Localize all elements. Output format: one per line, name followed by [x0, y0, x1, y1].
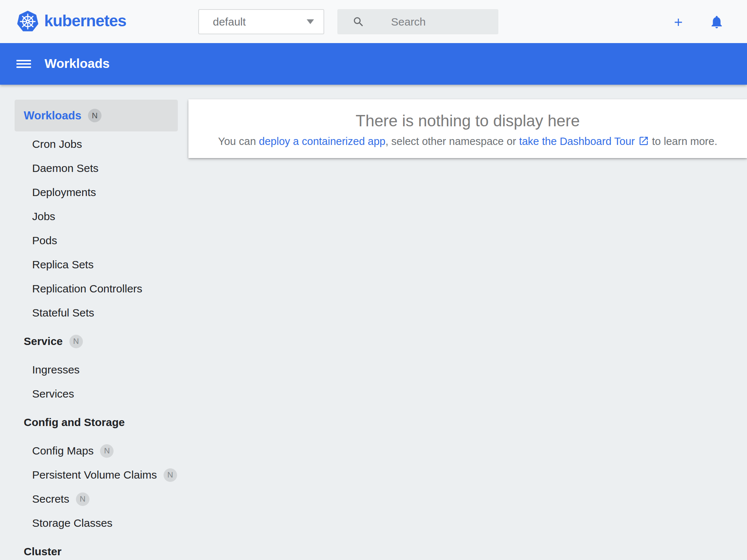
sidebar-item-replication-controllers[interactable]: Replication Controllers — [0, 277, 188, 301]
empty-state-title: There is nothing to display here — [188, 111, 747, 131]
sidebar-item-persistent-volume-claims[interactable]: Persistent Volume ClaimsN — [0, 463, 188, 487]
namespaced-indicator-badge: N — [88, 109, 101, 122]
sidebar-label: Storage Classes — [32, 517, 112, 529]
sidebar-label: Secrets — [32, 493, 69, 505]
search-input[interactable] — [390, 15, 490, 28]
sidebar-section-service[interactable]: ServiceN — [0, 329, 188, 353]
namespace-selector[interactable]: default — [198, 9, 324, 34]
namespaced-indicator-badge: N — [100, 444, 114, 458]
sidebar-label: Config Maps — [32, 445, 93, 457]
sidebar-item-workloads[interactable]: WorkloadsN — [15, 100, 178, 131]
search-bar[interactable] — [337, 9, 498, 34]
sidebar-item-config-maps[interactable]: Config MapsN — [0, 439, 188, 463]
sidebar-item-deployments[interactable]: Deployments — [0, 180, 188, 204]
sidebar-item-stateful-sets[interactable]: Stateful Sets — [0, 301, 188, 325]
sidebar-label: Ingresses — [32, 364, 80, 376]
sidebar-label: Jobs — [32, 210, 55, 223]
sidebar-item-pods[interactable]: Pods — [0, 229, 188, 253]
empty-state-card: There is nothing to display here You can… — [188, 99, 747, 158]
sidebar-item-services[interactable]: Services — [0, 382, 188, 406]
namespaced-indicator-badge: N — [164, 468, 177, 482]
sidebar-item-storage-classes[interactable]: Storage Classes — [0, 511, 188, 535]
empty-state-hint: You can deploy a containerized app, sele… — [188, 134, 747, 149]
namespaced-indicator-badge: N — [76, 492, 89, 506]
namespaced-indicator-badge: N — [69, 335, 83, 348]
hint-text: , select other namespace or — [386, 135, 519, 147]
sidebar-label: Persistent Volume Claims — [32, 469, 157, 481]
sidebar-label: Stateful Sets — [32, 307, 94, 319]
sidebar-label: Workloads — [24, 109, 81, 122]
sidebar-item-secrets[interactable]: SecretsN — [0, 487, 188, 511]
sidebar-label: Pods — [32, 234, 57, 247]
page-title: Workloads — [45, 56, 110, 71]
sidebar-label: Replication Controllers — [32, 283, 142, 295]
toolbar: Workloads — [0, 43, 747, 85]
hint-text: to learn more. — [649, 135, 717, 147]
sidebar-section-config-and-storage[interactable]: Config and Storage — [0, 410, 188, 434]
app-header: kubernetes default — [0, 0, 747, 43]
sidebar-item-cron-jobs[interactable]: Cron Jobs — [0, 132, 188, 156]
sidebar-item-jobs[interactable]: Jobs — [0, 204, 188, 229]
sidebar-label: Replica Sets — [32, 258, 93, 271]
sidebar-label: Cluster — [24, 545, 61, 558]
sidebar-item-replica-sets[interactable]: Replica Sets — [0, 253, 188, 277]
sidebar-label: Daemon Sets — [32, 162, 99, 174]
plus-icon[interactable] — [672, 16, 685, 30]
sidebar-label: Service — [24, 335, 63, 348]
hamburger-menu-icon[interactable] — [16, 58, 31, 70]
chevron-down-icon — [307, 19, 314, 24]
search-icon — [352, 16, 365, 28]
sidebar-section-cluster[interactable]: Cluster — [0, 540, 188, 560]
sidebar-label: Config and Storage — [24, 416, 125, 429]
link-deploy-a-containerized-app[interactable]: deploy a containerized app — [259, 135, 386, 147]
sidebar-label: Services — [32, 388, 74, 400]
sidebar: WorkloadsNCron JobsDaemon SetsDeployment… — [0, 85, 188, 560]
open-in-new-icon — [635, 135, 649, 147]
kubernetes-logo-icon — [17, 11, 39, 32]
link-take-the-dashboard-tour[interactable]: take the Dashboard Tour — [519, 135, 649, 147]
namespace-value: default — [213, 16, 246, 28]
brand-name: kubernetes — [44, 12, 126, 30]
sidebar-item-ingresses[interactable]: Ingresses — [0, 358, 188, 382]
sidebar-label: Deployments — [32, 186, 96, 199]
sidebar-label: Cron Jobs — [32, 138, 82, 150]
bell-icon[interactable] — [709, 14, 724, 31]
hint-text: You can — [218, 135, 259, 147]
sidebar-item-daemon-sets[interactable]: Daemon Sets — [0, 156, 188, 180]
